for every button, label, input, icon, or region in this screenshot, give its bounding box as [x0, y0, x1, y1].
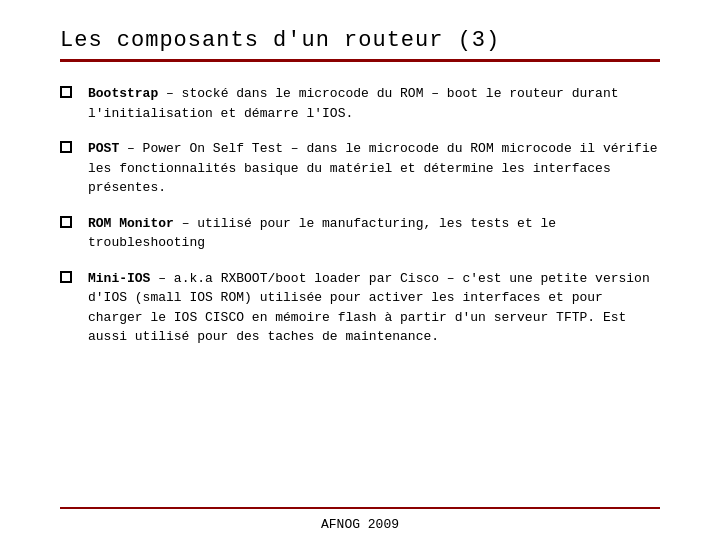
- title-section: Les composants d'un routeur (3): [60, 0, 660, 72]
- term-post: POST: [88, 141, 119, 156]
- title-divider: [60, 59, 660, 62]
- list-item: POST – Power On Self Test – dans le micr…: [60, 139, 660, 198]
- term-bootstrap: Bootstrap: [88, 86, 158, 101]
- term-rom-monitor: ROM Monitor: [88, 216, 174, 231]
- slide-container: Les composants d'un routeur (3) Bootstra…: [0, 0, 720, 540]
- footer: AFNOG 2009: [60, 509, 660, 540]
- list-item: Bootstrap – stocké dans le microcode du …: [60, 84, 660, 123]
- text-post: – Power On Self Test – dans le microcode…: [88, 141, 658, 195]
- bullet-icon: [60, 216, 72, 228]
- bullet-icon: [60, 271, 72, 283]
- text-mini-ios: – a.k.a RXBOOT/boot loader par Cisco – c…: [88, 271, 650, 345]
- bullet-icon: [60, 141, 72, 153]
- bullet-icon: [60, 86, 72, 98]
- text-bootstrap: – stocké dans le microcode du ROM – boot…: [88, 86, 619, 121]
- slide-title: Les composants d'un routeur (3): [60, 28, 660, 53]
- content-section: Bootstrap – stocké dans le microcode du …: [60, 72, 660, 507]
- bullet-text-3: ROM Monitor – utilisé pour le manufactur…: [88, 214, 660, 253]
- bullet-text-1: Bootstrap – stocké dans le microcode du …: [88, 84, 660, 123]
- list-item: ROM Monitor – utilisé pour le manufactur…: [60, 214, 660, 253]
- list-item: Mini-IOS – a.k.a RXBOOT/boot loader par …: [60, 269, 660, 347]
- term-mini-ios: Mini-IOS: [88, 271, 150, 286]
- bullet-text-2: POST – Power On Self Test – dans le micr…: [88, 139, 660, 198]
- bullet-text-4: Mini-IOS – a.k.a RXBOOT/boot loader par …: [88, 269, 660, 347]
